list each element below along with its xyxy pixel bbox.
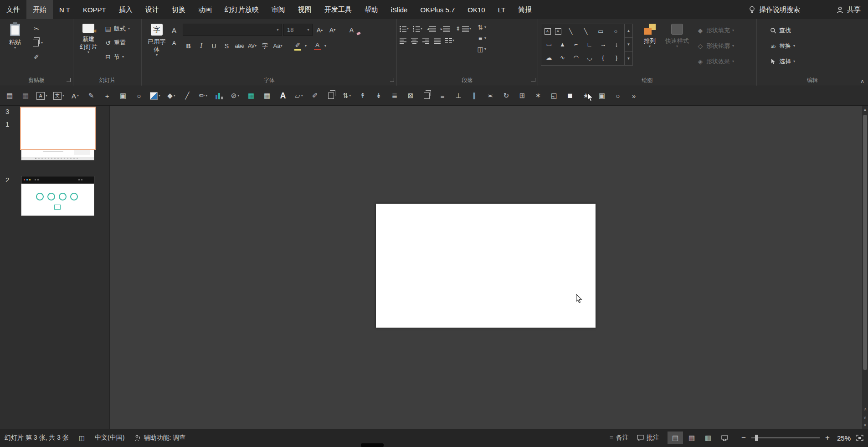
clipboard-dialog-launcher[interactable] [67,78,71,82]
bring-forward-button[interactable]: ↟ [358,92,368,100]
line-shape-2[interactable]: ╲ [580,28,591,35]
shape-outline-button[interactable]: ◇形状轮廓▾ [695,40,736,52]
distribute-vertical-button[interactable]: ≍ [485,92,495,100]
font-color-button[interactable]: A [312,40,323,51]
rectangle-shape[interactable]: ▭ [596,28,606,35]
reading-view-button[interactable]: ▥ [700,432,716,444]
rounded-rectangle-shape[interactable]: ▭ [544,41,555,48]
brush-button[interactable]: ✐ [310,92,320,100]
menu-tab-13[interactable]: 帮助 [358,0,385,19]
tell-me-search[interactable]: 操作说明搜索 [749,5,800,14]
strikethrough-button[interactable]: abc [234,40,245,51]
clear-formatting-button[interactable]: A [346,24,357,36]
line-spacing-button[interactable]: ⇕▾ [454,26,471,32]
menu-tab-1[interactable]: 文件 [0,0,26,19]
italic-button[interactable]: I [195,40,207,51]
paint-bucket-button[interactable]: ◆▾ [166,92,176,100]
menu-tab-4[interactable]: KOPPT [77,0,113,19]
cut-button[interactable]: ✂ [31,23,45,35]
insert-picture-button[interactable]: ▣ [118,92,128,100]
slide-2-thumbnail[interactable] [21,176,94,216]
rotate-button[interactable]: ↻ [501,92,511,100]
elbow-connector-shape-2[interactable]: ∟ [584,41,595,48]
editing-canvas[interactable] [110,106,862,429]
used-font-button[interactable]: 字 已用字 体 ▾ [144,22,169,76]
zoom-slider[interactable] [751,437,820,438]
more-tools-button[interactable]: » [629,92,639,100]
shape-effects-button[interactable]: ◈形状效果▾ [695,56,736,67]
phonetic-guide-button[interactable]: 字 [259,40,271,51]
draw-shape-button[interactable]: ▱▾ [294,92,304,100]
gallery-more-icon[interactable]: ▼ [625,51,632,65]
font-color-button[interactable]: A▾ [70,92,80,100]
bold-button[interactable]: B [183,40,194,51]
font-name-combo[interactable]: ▾ [183,24,282,36]
insert-cjk-textbox-button[interactable]: 文▾ [53,92,64,100]
magic-button[interactable]: ✶ [533,92,543,100]
align-right-button[interactable] [422,37,429,44]
menu-tab-10[interactable]: 审阅 [265,0,292,19]
font-size-combo[interactable]: 18 ▾ [283,24,313,36]
underline-button[interactable]: U [208,40,220,51]
menu-tab-12[interactable]: 开发工具 [318,0,358,19]
cloud-shape[interactable]: ☁ [544,54,555,62]
slide-item-2[interactable]: 2 [0,175,109,218]
share-button[interactable]: 共享 [837,5,861,14]
slide-thumbnail-panel[interactable]: 1 2 [0,106,110,429]
gallery-down-icon[interactable]: ▼ [625,37,632,51]
paragraph-dialog-launcher[interactable] [531,78,535,82]
vertical-scrollbar[interactable]: ▲ » » ▼ [862,106,868,429]
triangle-shape[interactable]: ▲ [557,41,568,48]
character-spacing-button[interactable]: AV▾ [247,40,258,51]
replace-button[interactable]: ab 替换 ▾ [768,40,797,52]
oval-shape-button[interactable]: ○ [134,92,144,100]
justify-button[interactable] [434,37,441,44]
arrange-button[interactable]: 排列 ▾ [637,22,662,76]
font-dialog-launcher[interactable] [390,78,394,82]
decrease-indent-button[interactable]: ◂ [427,26,436,32]
gallery-up-icon[interactable]: ▲ [625,24,632,37]
down-arrow-shape[interactable]: ↓ [611,41,622,48]
preview-grid-button[interactable]: ▦ [21,92,31,100]
elbow-connector-shape[interactable]: ⌐ [570,41,581,48]
grow-font-button[interactable]: A▴ [314,24,325,36]
vertical-textbox-shape[interactable]: A [555,28,561,35]
menu-tab-15[interactable]: OKPlus 5.7 [414,0,461,19]
menu-tab-7[interactable]: 切换 [165,0,192,19]
left-brace-shape[interactable]: { [597,54,608,62]
send-backward-button[interactable]: ↡ [374,92,384,100]
text-bold-a-button[interactable]: A [278,91,288,101]
slide-canvas[interactable] [376,204,596,328]
change-case-button[interactable]: Aa▾ [272,40,283,51]
chart-button[interactable] [214,92,224,99]
previous-slide-icon[interactable]: » [862,405,868,413]
menu-tab-17[interactable]: LT [492,0,512,19]
menu-tab-14[interactable]: iSlide [385,0,414,19]
increase-indent-button[interactable]: ▸ [441,26,450,32]
columns-button[interactable]: ▾ [445,37,454,44]
table-style-button[interactable]: ▦ [246,92,256,100]
font-tool-a-small[interactable]: A [172,40,176,46]
display-settings-icon[interactable]: ◫ [79,434,85,442]
find-button[interactable]: 查找 [768,25,797,36]
zoom-out-button[interactable]: − [740,433,747,442]
no-fill-button[interactable]: ⊘▾ [230,92,240,100]
menu-tab-18[interactable]: 简报 [512,0,538,19]
arc-shape-2[interactable]: ◡ [584,54,595,62]
text-direction-button[interactable]: ⇅▾ [477,24,486,31]
quick-styles-button[interactable]: 快速样式 ▾ [665,22,689,76]
distribute-horizontal-button[interactable]: ∥ [469,92,479,100]
collapse-ribbon-icon[interactable]: ∧ [860,78,864,84]
crop-button[interactable]: ◱ [549,92,559,100]
slide-counter[interactable]: 幻灯片 第 3 张, 共 3 张 [5,434,69,442]
slide-3-thumbnail-selected[interactable] [20,107,96,150]
new-slide-button[interactable]: ✳ 新建 幻灯片 ▾ [76,22,101,76]
highlight-color-button[interactable]: ✐ [292,40,303,51]
pencil-button[interactable]: ✏▾ [198,92,208,100]
pen-button[interactable]: ✎ [86,92,96,100]
line-shape[interactable]: ╲ [565,28,576,35]
flip-button[interactable]: ⇅▾ [342,92,352,100]
menu-tab-9[interactable]: 幻灯片放映 [218,0,265,19]
align-text-button[interactable]: ≡▾ [477,35,486,42]
chevron-down-icon[interactable]: ▾ [304,28,312,32]
